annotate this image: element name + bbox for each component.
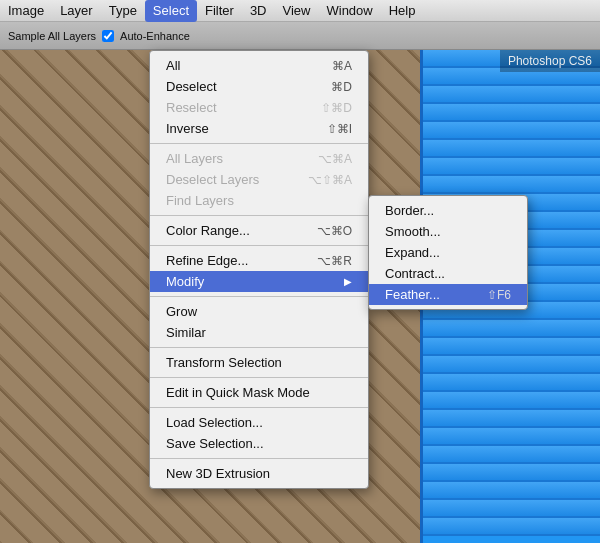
menu-view[interactable]: View: [275, 0, 319, 22]
menu-image[interactable]: Image: [0, 0, 52, 22]
menu-item-3d-extrusion[interactable]: New 3D Extrusion: [150, 463, 368, 484]
menu-item-expand[interactable]: Expand...: [369, 242, 527, 263]
toolbar: Sample All Layers Auto-Enhance: [0, 22, 600, 50]
menu-item-deselect-layers[interactable]: Deselect Layers ⌥⇧⌘A: [150, 169, 368, 190]
app-title: Photoshop CS6: [500, 50, 600, 72]
sample-checkbox[interactable]: [102, 30, 114, 42]
separator-8: [150, 458, 368, 459]
select-menu: All ⌘A Deselect ⌘D Reselect ⇧⌘D Inverse …: [149, 50, 369, 489]
menu-item-smooth[interactable]: Smooth...: [369, 221, 527, 242]
separator-2: [150, 215, 368, 216]
separator-7: [150, 407, 368, 408]
separator-6: [150, 377, 368, 378]
menu-item-find-layers[interactable]: Find Layers: [150, 190, 368, 211]
menu-type[interactable]: Type: [101, 0, 145, 22]
menu-item-feather[interactable]: Feather... ⇧F6: [369, 284, 527, 305]
menu-item-refine-edge[interactable]: Refine Edge... ⌥⌘R: [150, 250, 368, 271]
auto-enhance-label: Auto-Enhance: [120, 30, 190, 42]
menu-item-quick-mask[interactable]: Edit in Quick Mask Mode: [150, 382, 368, 403]
select-dropdown: All ⌘A Deselect ⌘D Reselect ⇧⌘D Inverse …: [149, 50, 369, 489]
menu-item-transform-selection[interactable]: Transform Selection: [150, 352, 368, 373]
menu-item-grow[interactable]: Grow: [150, 301, 368, 322]
menu-item-save-selection[interactable]: Save Selection...: [150, 433, 368, 454]
menu-3d[interactable]: 3D: [242, 0, 275, 22]
separator-4: [150, 296, 368, 297]
separator-5: [150, 347, 368, 348]
menu-window[interactable]: Window: [318, 0, 380, 22]
menu-item-modify[interactable]: Modify ▶: [150, 271, 368, 292]
menu-item-contract[interactable]: Contract...: [369, 263, 527, 284]
menu-layer[interactable]: Layer: [52, 0, 101, 22]
menu-bar: Image Layer Type Select Filter 3D View W…: [0, 0, 600, 22]
menu-item-color-range[interactable]: Color Range... ⌥⌘O: [150, 220, 368, 241]
menu-item-inverse[interactable]: Inverse ⇧⌘I: [150, 118, 368, 139]
menu-select[interactable]: Select: [145, 0, 197, 22]
menu-filter[interactable]: Filter: [197, 0, 242, 22]
canvas-area: Photoshop CS6 All ⌘A Deselect ⌘D Reselec…: [0, 50, 600, 543]
menu-item-all-layers[interactable]: All Layers ⌥⌘A: [150, 148, 368, 169]
menu-item-load-selection[interactable]: Load Selection...: [150, 412, 368, 433]
sample-label: Sample All Layers: [8, 30, 96, 42]
menu-item-reselect[interactable]: Reselect ⇧⌘D: [150, 97, 368, 118]
submenu-arrow-icon: ▶: [344, 276, 352, 287]
modify-submenu: Border... Smooth... Expand... Contract..…: [368, 195, 528, 310]
menu-item-similar[interactable]: Similar: [150, 322, 368, 343]
menu-item-deselect[interactable]: Deselect ⌘D: [150, 76, 368, 97]
separator-1: [150, 143, 368, 144]
menu-item-all[interactable]: All ⌘A: [150, 55, 368, 76]
menu-item-border[interactable]: Border...: [369, 200, 527, 221]
menu-help[interactable]: Help: [381, 0, 424, 22]
separator-3: [150, 245, 368, 246]
